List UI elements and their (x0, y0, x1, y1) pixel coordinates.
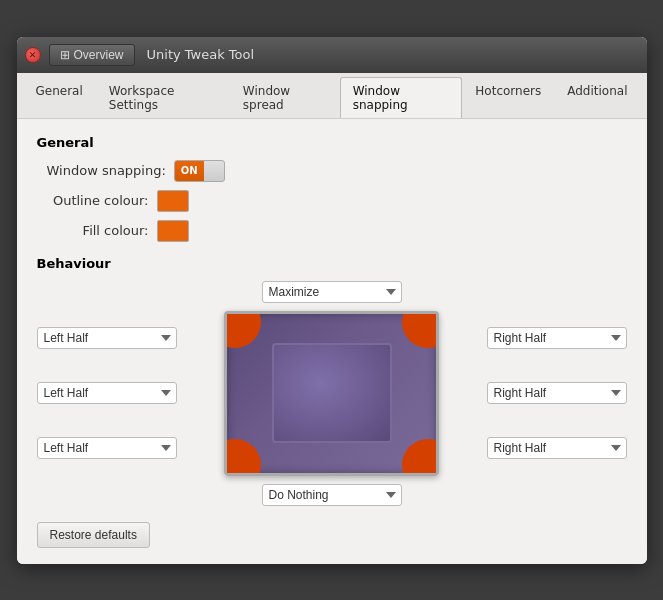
right-row3-cell: Right Half Left Half Maximize Do Nothing (442, 427, 627, 469)
preview-image-cell (222, 311, 442, 476)
right-row2-cell: Right Half Left Half Maximize Do Nothing (442, 372, 627, 414)
main-window: ✕ ⊞ Overview Unity Tweak Tool General Wo… (17, 37, 647, 564)
tab-workspace-settings[interactable]: Workspace Settings (96, 77, 230, 118)
overview-button[interactable]: ⊞ Overview (49, 44, 135, 66)
window-title: Unity Tweak Tool (147, 47, 255, 62)
window-snapping-toggle[interactable]: ON (174, 160, 225, 182)
bottom-center-cell: Do Nothing Maximize Left Half Right Half (222, 476, 442, 506)
left-row2-cell: Left Half Right Half Maximize Do Nothing (37, 372, 222, 414)
overview-grid-icon: ⊞ (60, 48, 70, 62)
fill-colour-row: Fill colour: (37, 220, 627, 242)
right-row1-cell: Right Half Left Half Maximize Do Nothing (442, 317, 627, 359)
corner-tl (224, 311, 261, 348)
bottom-dropdown[interactable]: Do Nothing Maximize Left Half Right Half (262, 484, 402, 506)
overview-button-label: Overview (74, 48, 124, 62)
right-dropdown-3[interactable]: Right Half Left Half Maximize Do Nothing (487, 437, 627, 459)
left-row3-cell: Left Half Right Half Maximize Do Nothing (37, 427, 222, 469)
right-dropdown-1[interactable]: Right Half Left Half Maximize Do Nothing (487, 327, 627, 349)
behaviour-area: Maximize Left Half Right Half Do Nothing… (37, 281, 627, 506)
corner-tr (402, 311, 439, 348)
nav-tabs: General Workspace Settings Window spread… (17, 73, 647, 119)
general-section-title: General (37, 135, 627, 150)
left-dropdown-2[interactable]: Left Half Right Half Maximize Do Nothing (37, 382, 177, 404)
left-row1-cell: Left Half Right Half Maximize Do Nothing (37, 317, 222, 359)
top-dropdown[interactable]: Maximize Left Half Right Half Do Nothing (262, 281, 402, 303)
titlebar: ✕ ⊞ Overview Unity Tweak Tool (17, 37, 647, 73)
fill-colour-label: Fill colour: (47, 223, 157, 238)
toggle-off-area (204, 161, 224, 181)
window-controls: ✕ (25, 47, 41, 63)
preview-inner-window (272, 343, 392, 443)
outline-colour-swatch[interactable] (157, 190, 189, 212)
right-dropdown-2[interactable]: Right Half Left Half Maximize Do Nothing (487, 382, 627, 404)
close-icon: ✕ (29, 50, 37, 60)
corner-bl (224, 439, 261, 476)
close-button[interactable]: ✕ (25, 47, 41, 63)
corner-br (402, 439, 439, 476)
snap-preview (224, 311, 439, 476)
left-dropdown-1[interactable]: Left Half Right Half Maximize Do Nothing (37, 327, 177, 349)
tab-general[interactable]: General (23, 77, 96, 118)
toggle-on-label: ON (175, 161, 204, 181)
tab-window-spread[interactable]: Window spread (230, 77, 340, 118)
content-area: General Window snapping: ON Outline colo… (17, 119, 647, 564)
outline-colour-row: Outline colour: (37, 190, 627, 212)
tab-hotcorners[interactable]: Hotcorners (462, 77, 554, 118)
behavior-grid: Maximize Left Half Right Half Do Nothing… (37, 281, 627, 506)
window-snapping-row: Window snapping: ON (37, 160, 627, 182)
outline-colour-label: Outline colour: (47, 193, 157, 208)
window-snapping-label: Window snapping: (47, 163, 174, 178)
tab-additional[interactable]: Additional (554, 77, 640, 118)
behaviour-section-title: Behaviour (37, 256, 627, 271)
restore-defaults-button[interactable]: Restore defaults (37, 522, 150, 548)
top-center-cell: Maximize Left Half Right Half Do Nothing (222, 281, 442, 311)
left-dropdown-3[interactable]: Left Half Right Half Maximize Do Nothing (37, 437, 177, 459)
tab-window-snapping[interactable]: Window snapping (340, 77, 463, 118)
fill-colour-swatch[interactable] (157, 220, 189, 242)
